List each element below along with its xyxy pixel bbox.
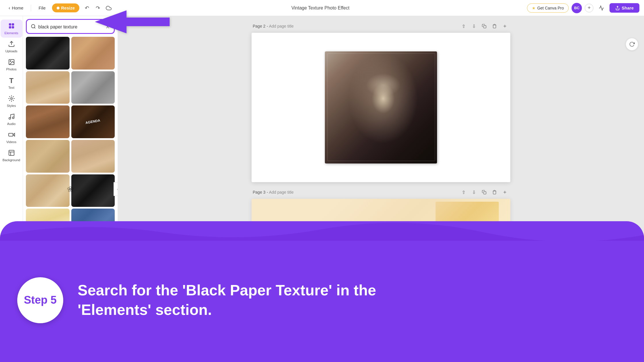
topbar: ‹ Home File Resize ↶ ↷ Vintage Texture P… (0, 0, 644, 16)
add-page-icon-2 (503, 190, 507, 195)
home-button[interactable]: ‹ Home (5, 4, 27, 12)
sidebar-uploads-label: Uploads (5, 49, 17, 53)
sidebar-item-uploads[interactable]: Uploads (1, 38, 22, 56)
sidebar-item-styles[interactable]: Styles (1, 92, 22, 110)
file-button[interactable]: File (34, 4, 49, 12)
page-3-header: Page 3 - Add page title ⇧ ⇩ (252, 188, 510, 197)
texture-thumbnail-beige2[interactable] (26, 140, 70, 173)
svg-rect-11 (9, 133, 13, 136)
page-3-add-button[interactable] (501, 188, 509, 197)
sidebar-audio-label: Audio (7, 122, 16, 126)
refresh-icon (629, 41, 635, 47)
sidebar-background-label: Background (3, 158, 20, 162)
styles-icon (8, 95, 15, 103)
hide-panel-button[interactable]: ‹ (114, 182, 118, 196)
page-2-delete-button[interactable] (490, 22, 499, 30)
search-clear-button[interactable]: ✕ (106, 24, 110, 30)
resize-button[interactable]: Resize (52, 3, 80, 12)
cloud-save-button[interactable] (103, 3, 114, 13)
share-button[interactable]: Share (610, 3, 639, 13)
sidebar-item-videos[interactable]: Videos (1, 128, 22, 147)
delete-icon-2 (492, 190, 497, 195)
texture-thumbnail-beige-floral[interactable]: ❀ (71, 140, 115, 173)
sidebar-item-text[interactable]: T Text (1, 74, 22, 92)
page-2-header: Page 2 - Add page title ⇧ ⇩ (252, 22, 510, 30)
share-icon (615, 6, 620, 10)
svg-point-9 (9, 118, 11, 119)
page-3-label: Page 3 (253, 190, 265, 195)
page-3-delete-button[interactable] (490, 188, 499, 197)
page-2-duplicate-button[interactable] (480, 22, 488, 30)
page-2-actions: ⇧ ⇩ (459, 22, 509, 30)
avatar-initials: BC (574, 6, 580, 10)
audio-icon (8, 113, 15, 121)
step-desc-line2: 'Elements' section. (78, 301, 212, 318)
get-canva-pro-button[interactable]: ★ Get Canva Pro (527, 3, 569, 13)
svg-point-10 (12, 117, 14, 119)
page-3-duplicate-button[interactable] (480, 188, 488, 197)
background-icon (8, 149, 15, 157)
texture-thumbnail-light-wood[interactable] (71, 37, 115, 70)
texture-thumbnail-wood-brown[interactable] (26, 105, 70, 138)
add-page-icon (503, 24, 507, 28)
page-2-container: Page 2 - Add page title ⇧ ⇩ (252, 22, 510, 182)
texture-thumbnail-dark-agenda[interactable]: AGENDA (71, 105, 115, 138)
canvas-photo-element[interactable] (325, 51, 437, 163)
step-desc-line1: Search for the 'Black Paper Texture' in … (78, 282, 376, 299)
svg-point-8 (11, 98, 12, 99)
page-2-add-button[interactable] (501, 22, 509, 30)
analytics-button[interactable] (596, 3, 607, 13)
bottom-content: Step 5 Search for the 'Black Paper Textu… (0, 238, 644, 362)
redo-button[interactable]: ↷ (93, 3, 103, 13)
avatar[interactable]: BC (572, 3, 582, 13)
svg-rect-4 (12, 26, 14, 28)
analytics-icon (599, 5, 604, 11)
videos-icon (8, 131, 15, 139)
step-description: Search for the 'Black Paper Texture' in … (78, 281, 627, 319)
page-3-collapse-button[interactable]: ⇧ (459, 188, 468, 197)
sidebar-item-photos[interactable]: Photos (1, 56, 22, 74)
texture-thumbnail-gray-concrete[interactable] (71, 71, 115, 104)
refresh-button[interactable] (626, 38, 638, 51)
sidebar-videos-label: Videos (6, 140, 16, 144)
svg-rect-19 (484, 192, 486, 194)
undo-redo-group: ↶ ↷ (82, 3, 114, 13)
cloud-icon (106, 5, 112, 11)
wave-svg (0, 221, 644, 241)
document-title[interactable]: Vintage Texture Photo Effect (291, 5, 349, 10)
page-2-collapse-button[interactable]: ⇧ (459, 22, 468, 30)
sidebar-item-elements[interactable]: Elements (1, 20, 22, 38)
divider-1 (31, 5, 31, 11)
page-3-add-title[interactable]: Add page title (269, 190, 294, 195)
home-label: Home (12, 5, 23, 10)
page-3-actions: ⇧ ⇩ (459, 188, 509, 197)
texture-thumbnail-beige3[interactable] (26, 174, 70, 207)
texture-thumbnail-dark-marble2[interactable] (71, 174, 115, 207)
svg-rect-16 (484, 26, 486, 28)
bottom-overlay: Step 5 Search for the 'Black Paper Textu… (0, 221, 644, 362)
add-collaborator-button[interactable]: + (585, 4, 593, 12)
sidebar-item-audio[interactable]: Audio (1, 110, 22, 128)
delete-icon (492, 24, 497, 28)
page-3-title: Page 3 - Add page title (253, 190, 294, 195)
canvas-page-2[interactable] (252, 33, 510, 182)
texture-thumbnail-dark-marble[interactable] (26, 37, 70, 70)
page-2-add-title[interactable]: Add page title (269, 24, 294, 28)
sidebar-text-label: Text (8, 86, 14, 89)
undo-button[interactable]: ↶ (82, 3, 92, 13)
get-pro-label: Get Canva Pro (537, 6, 564, 10)
duplicate-icon-2 (482, 190, 486, 195)
sidebar-item-background[interactable]: Background (1, 147, 22, 165)
svg-point-7 (10, 61, 11, 61)
search-input[interactable] (38, 24, 103, 30)
star-icon: ★ (532, 6, 536, 10)
topbar-right: ★ Get Canva Pro BC + Share (527, 3, 639, 13)
file-label: File (39, 5, 45, 10)
share-label: Share (622, 5, 634, 10)
texture-thumbnail-beige-paper[interactable] (26, 71, 70, 104)
search-icon (31, 24, 36, 30)
resize-dot-icon (57, 7, 60, 9)
page-2-title: Page 2 - Add page title (253, 24, 294, 29)
page-2-expand-button[interactable]: ⇩ (469, 22, 478, 30)
page-3-expand-button[interactable]: ⇩ (469, 188, 478, 197)
